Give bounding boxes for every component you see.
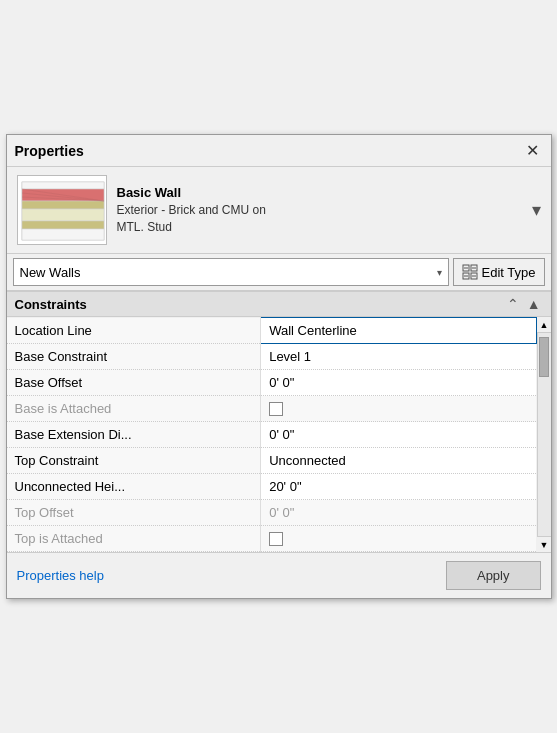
scroll-up-section-button[interactable]: ▲ xyxy=(525,296,543,312)
new-walls-dropdown[interactable]: New Walls ▾ xyxy=(13,258,449,286)
scrollbar: ▲ ▼ xyxy=(537,317,551,552)
prop-name-cell: Top Constraint xyxy=(7,448,261,474)
wall-info: Basic Wall Exterior - Brick and CMU on M… xyxy=(117,184,522,236)
table-row: Top is Attached xyxy=(7,526,537,552)
prop-name-cell: Top Offset xyxy=(7,500,261,526)
prop-name-cell: Base is Attached xyxy=(7,396,261,422)
prop-value-cell[interactable] xyxy=(261,396,536,422)
table-row: Top ConstraintUnconnected xyxy=(7,448,537,474)
svg-rect-4 xyxy=(22,201,104,209)
prop-value-cell[interactable] xyxy=(261,526,536,552)
constraints-label: Constraints xyxy=(15,297,87,312)
prop-name-cell: Top is Attached xyxy=(7,526,261,552)
svg-rect-2 xyxy=(22,182,104,189)
apply-button[interactable]: Apply xyxy=(446,561,541,590)
title-bar: Properties ✕ xyxy=(7,135,551,167)
prop-name-cell: Base Extension Di... xyxy=(7,422,261,448)
svg-rect-6 xyxy=(22,221,104,229)
close-button[interactable]: ✕ xyxy=(523,141,543,161)
prop-value-cell: 0' 0" xyxy=(261,422,536,448)
wall-type-desc-line2: MTL. Stud xyxy=(117,219,522,236)
panel-title: Properties xyxy=(15,143,84,159)
wall-type-section: Basic Wall Exterior - Brick and CMU on M… xyxy=(7,167,551,254)
table-row: Base ConstraintLevel 1 xyxy=(7,344,537,370)
table-row: Base is Attached xyxy=(7,396,537,422)
edit-type-label: Edit Type xyxy=(482,265,536,280)
table-row: Location LineWall Centerline xyxy=(7,318,537,344)
prop-value-cell: 0' 0" xyxy=(261,370,536,396)
new-walls-chevron-icon: ▾ xyxy=(437,267,442,278)
edit-type-button[interactable]: Edit Type xyxy=(453,258,545,286)
bottom-bar: Properties help Apply xyxy=(7,552,551,598)
prop-value-cell: Wall Centerline xyxy=(261,318,536,344)
prop-name-cell: Base Constraint xyxy=(7,344,261,370)
prop-value-cell: 20' 0" xyxy=(261,474,536,500)
property-checkbox[interactable] xyxy=(269,402,283,416)
table-row: Base Offset0' 0" xyxy=(7,370,537,396)
prop-name-cell: Unconnected Hei... xyxy=(7,474,261,500)
table-row: Unconnected Hei...20' 0" xyxy=(7,474,537,500)
svg-rect-7 xyxy=(22,229,104,240)
new-walls-label: New Walls xyxy=(20,265,81,280)
properties-help-link[interactable]: Properties help xyxy=(17,568,104,583)
constraints-header: Constraints ⌃ ▲ xyxy=(7,291,551,317)
edit-type-icon xyxy=(462,264,478,280)
wall-type-desc-line1: Exterior - Brick and CMU on xyxy=(117,202,522,219)
prop-name-cell: Location Line xyxy=(7,318,261,344)
wall-type-name: Basic Wall xyxy=(117,184,522,202)
prop-value-cell: Level 1 xyxy=(261,344,536,370)
collapse-section-button[interactable]: ⌃ xyxy=(505,296,521,312)
scrollbar-thumb[interactable] xyxy=(539,337,549,377)
prop-value-cell: 0' 0" xyxy=(261,500,536,526)
new-walls-row: New Walls ▾ Edit Type xyxy=(7,254,551,291)
wall-thumbnail-svg xyxy=(18,176,107,244)
prop-value-cell: Unconnected xyxy=(261,448,536,474)
table-row: Base Extension Di...0' 0" xyxy=(7,422,537,448)
svg-rect-5 xyxy=(22,209,104,221)
scrollbar-down-button[interactable]: ▼ xyxy=(537,536,551,552)
wall-type-dropdown-arrow[interactable]: ▾ xyxy=(532,199,541,221)
properties-panel: Properties ✕ Basic xyxy=(6,134,552,599)
prop-name-cell: Base Offset xyxy=(7,370,261,396)
table-row: Top Offset0' 0" xyxy=(7,500,537,526)
properties-table-wrapper: Location LineWall CenterlineBase Constra… xyxy=(7,317,551,552)
properties-table: Location LineWall CenterlineBase Constra… xyxy=(7,317,537,552)
wall-thumbnail xyxy=(17,175,107,245)
property-checkbox[interactable] xyxy=(269,532,283,546)
section-controls: ⌃ ▲ xyxy=(505,296,543,312)
scrollbar-up-button[interactable]: ▲ xyxy=(537,317,551,333)
